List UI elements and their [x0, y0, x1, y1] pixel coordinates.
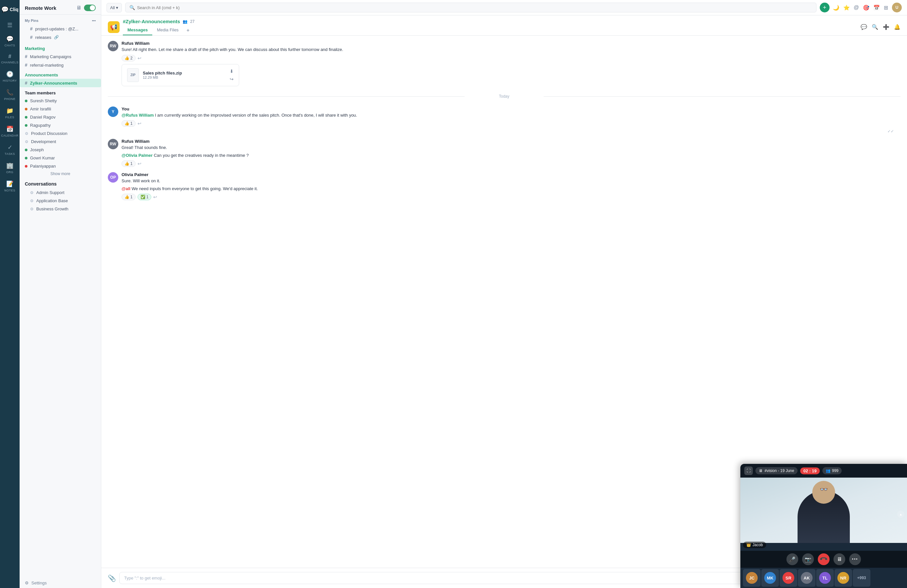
list-item[interactable]: NR — [835, 569, 852, 587]
video-button[interactable]: 📷 — [802, 553, 814, 565]
tab-media-files[interactable]: Media Files — [152, 26, 183, 35]
hangup-button[interactable]: 📞 — [816, 551, 832, 568]
status-toggle[interactable] — [84, 5, 96, 11]
msg-text: Sure. Will work on it. — [122, 178, 901, 184]
member-name: Ragupathy — [30, 123, 51, 128]
link-icon: 🔗 — [54, 35, 59, 40]
sidebar-item-product-discussion[interactable]: ⚙ Product Discussion — [19, 129, 101, 138]
nav-org[interactable]: 🏢 ORG — [0, 159, 19, 177]
nav-calendar[interactable]: 📅 CALENDAR — [0, 122, 19, 141]
reaction-add[interactable]: ↩ — [153, 194, 157, 200]
double-tick-icon: ✓✓ — [888, 129, 894, 134]
pin-project-updates[interactable]: # project-updates : @Z... — [25, 24, 96, 33]
all-label: All — [110, 5, 115, 10]
settings-item[interactable]: ⚙ Settings — [19, 578, 101, 588]
reactions: 👍 1 ↩ — [122, 120, 901, 127]
reaction-thumbsup[interactable]: 👍 1 — [122, 120, 136, 127]
reaction-add[interactable]: ↩ — [138, 121, 141, 126]
nav-channels[interactable]: # CHANNELS — [0, 50, 19, 67]
list-item[interactable]: AK — [798, 569, 816, 587]
grid-icon[interactable]: ⊞ — [884, 5, 888, 11]
sidebar-item-joseph[interactable]: Joseph — [19, 146, 101, 154]
reaction-thumbsup[interactable]: 👍 1 — [122, 160, 136, 167]
left-nav: 💬 Cliq ☰ 💬 CHATS # CHANNELS 🕐 HISTORY 📞 … — [0, 0, 19, 588]
reaction-thumbsup[interactable]: 👍 2 — [122, 55, 136, 61]
participant-avatar: NR — [837, 572, 849, 584]
mention-all: @all — [122, 186, 130, 191]
search-input[interactable] — [137, 5, 812, 10]
share-screen-button[interactable]: 🖥 — [833, 553, 845, 565]
all-dropdown[interactable]: All ▾ — [106, 3, 122, 13]
sidebar-header-icons: 🖥 — [76, 5, 96, 11]
nav-chats[interactable]: 💬 CHATS — [0, 32, 19, 50]
sidebar-item-admin-support[interactable]: ⚙ Admin Support — [25, 189, 96, 197]
nav-files[interactable]: 📁 FILES — [0, 104, 19, 122]
nav-tasks[interactable]: ✓ TASKS — [0, 141, 19, 159]
pin-releases[interactable]: # releases 🔗 — [25, 33, 96, 42]
sidebar-item-daniel[interactable]: Daniel Ragov — [19, 113, 101, 121]
calendar-icon[interactable]: 📅 — [873, 5, 880, 11]
target-icon[interactable]: 🎯 — [863, 5, 869, 11]
participants-strip: JC MK SR AK TL NR +993 — [740, 568, 907, 588]
nav-phone[interactable]: 📞 PHONE — [0, 86, 19, 104]
sidebar-item-palaniyappan[interactable]: Palaniyappan — [19, 162, 101, 170]
org-icon: 🏢 — [6, 162, 13, 169]
msg-author: You — [122, 106, 130, 111]
expand-button[interactable]: ⛶ — [744, 466, 753, 475]
reaction-add[interactable]: ↩ — [138, 161, 141, 166]
expand-arrow[interactable]: ▲ — [897, 511, 904, 518]
list-item[interactable]: TL — [816, 569, 834, 587]
mic-button[interactable]: 🎤 — [787, 553, 798, 565]
team-members-title: Team members — [25, 90, 101, 95]
reaction-add[interactable]: ↩ — [138, 56, 141, 61]
nav-history[interactable]: 🕐 HISTORY — [0, 67, 19, 86]
attach-button[interactable]: 📎 — [108, 574, 116, 582]
bell-icon[interactable]: 🔔 — [894, 24, 901, 30]
list-item[interactable]: SR — [780, 569, 797, 587]
nav-notes[interactable]: 📝 NOTES — [0, 177, 19, 195]
at-icon[interactable]: @ — [854, 5, 859, 10]
sidebar-item-development[interactable]: ⚙ Development — [19, 138, 101, 146]
avatar: Y — [108, 106, 118, 117]
file-info: Sales pitch files.zip 12.29 MB — [143, 70, 182, 79]
presenter-name-badge: 👑 Jacob — [743, 542, 766, 548]
sidebar-item-marketing-campaigns[interactable]: # Marketing Campaigns — [19, 52, 101, 61]
sidebar-item-referral-marketing[interactable]: # referral-marketing — [19, 61, 101, 69]
sidebar-item-amir[interactable]: Amir Israfili — [19, 105, 101, 113]
sidebar-item-gowri[interactable]: Gowri Kumar — [19, 154, 101, 162]
sidebar-item-suresh[interactable]: Suresh Shetty — [19, 97, 101, 105]
hash-icon: # — [25, 54, 27, 59]
file-actions: ⬇ ↪ — [230, 69, 234, 82]
moon-icon[interactable]: 🌙 — [833, 5, 840, 11]
forward-icon[interactable]: ↪ — [230, 77, 234, 82]
msg-text: Great! That sounds fine. — [122, 144, 901, 151]
participant-avatar: SR — [782, 572, 794, 584]
more-participants-badge[interactable]: +993 — [853, 569, 870, 587]
channel-avatar: 📢 — [108, 21, 120, 33]
hash-icon: # — [30, 35, 33, 40]
star-icon[interactable]: ⭐ — [843, 5, 850, 11]
reaction-check[interactable]: ✅ 1 — [138, 194, 152, 200]
list-item[interactable]: JC — [743, 569, 761, 587]
tab-add-btn[interactable]: + — [183, 26, 193, 35]
reaction-thumbsup[interactable]: 👍 1 — [122, 194, 136, 200]
sidebar-item-business-growth[interactable]: ⚙ Business Growth — [25, 205, 96, 213]
nav-channels-label: CHANNELS — [1, 61, 18, 64]
participants-badge: 👥 999 — [822, 467, 842, 474]
add-button[interactable]: + — [820, 3, 830, 13]
reactions: 👍 1 ✅ 1 ↩ — [122, 194, 901, 200]
sidebar-item-ragupathy[interactable]: Ragupathy — [19, 121, 101, 129]
tab-messages[interactable]: Messages — [123, 26, 152, 35]
hamburger-menu[interactable]: ☰ — [7, 18, 13, 32]
show-more-btn[interactable]: Show more — [19, 170, 101, 177]
monitor-icon[interactable]: 🖥 — [76, 5, 81, 11]
sidebar-item-zylker-announcements[interactable]: # Zylker-Announcements — [19, 79, 101, 87]
more-options-button[interactable]: ••• — [849, 553, 861, 565]
list-item[interactable]: MK — [761, 569, 779, 587]
add-member-icon[interactable]: ➕ — [883, 24, 889, 30]
download-icon[interactable]: ⬇ — [230, 69, 234, 74]
sidebar-item-application-base[interactable]: ⚙ Application Base — [25, 197, 96, 205]
search-icon[interactable]: 🔍 — [872, 24, 878, 30]
chat-icon[interactable]: 💬 — [861, 24, 867, 30]
user-avatar[interactable]: U — [892, 3, 902, 13]
